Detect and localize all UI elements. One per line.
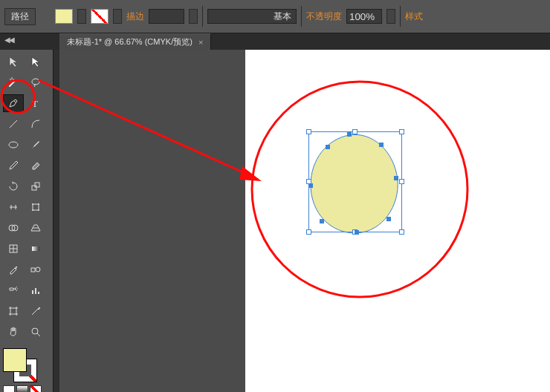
- width-tool[interactable]: [3, 198, 24, 216]
- document-tab-bar: 未标题-1* @ 66.67% (CMYK/预览) ×: [0, 33, 550, 50]
- color-mode-gradient[interactable]: [16, 385, 28, 392]
- color-mode-row: [3, 385, 42, 392]
- svg-point-15: [36, 267, 40, 272]
- stroke-label[interactable]: 描边: [126, 10, 144, 23]
- resize-handle[interactable]: [399, 129, 404, 134]
- blend-tool[interactable]: [25, 261, 46, 278]
- svg-rect-4: [35, 183, 39, 187]
- pen-tool[interactable]: [3, 94, 24, 112]
- svg-rect-19: [10, 308, 16, 314]
- anchor-point[interactable]: [355, 230, 359, 235]
- stroke-dropdown-icon[interactable]: [113, 9, 122, 24]
- anchor-point[interactable]: [394, 176, 398, 180]
- color-mode-none[interactable]: [30, 385, 42, 392]
- fill-stroke-indicator[interactable]: [3, 348, 37, 382]
- zoom-tool[interactable]: [25, 323, 46, 341]
- lasso-tool[interactable]: [25, 74, 46, 91]
- resize-handle[interactable]: [306, 229, 311, 235]
- stroke-weight-input[interactable]: [149, 9, 184, 24]
- close-icon[interactable]: ×: [198, 38, 203, 47]
- eyedropper-tool[interactable]: [3, 261, 24, 278]
- svg-text:T: T: [32, 98, 38, 109]
- rotate-tool[interactable]: [3, 177, 24, 195]
- selection-tool[interactable]: [3, 53, 24, 71]
- column-graph-tool[interactable]: [25, 281, 46, 299]
- fill-swatch[interactable]: [55, 9, 73, 24]
- resize-handle[interactable]: [399, 179, 404, 184]
- document-tab-title: 未标题-1* @ 66.67% (CMYK/预览): [67, 36, 192, 48]
- svg-point-2: [9, 142, 18, 148]
- document-tab[interactable]: 未标题-1* @ 66.67% (CMYK/预览) ×: [59, 33, 211, 50]
- anchor-point[interactable]: [320, 219, 324, 223]
- panel-label-paths[interactable]: 路径: [4, 8, 36, 25]
- svg-point-6: [32, 203, 33, 205]
- svg-point-9: [38, 209, 39, 211]
- scale-tool[interactable]: [25, 177, 46, 195]
- svg-rect-18: [38, 292, 39, 294]
- separator: [202, 6, 203, 27]
- toolbox: T: [0, 50, 54, 392]
- anchor-point[interactable]: [386, 217, 391, 221]
- perspective-grid-tool[interactable]: [25, 219, 46, 237]
- svg-rect-16: [32, 290, 33, 294]
- opacity-label[interactable]: 不透明度: [306, 10, 342, 23]
- canvas-area[interactable]: [59, 50, 550, 392]
- options-bar: 路径 描边 基本 不透明度 样式: [0, 0, 550, 33]
- mesh-tool[interactable]: [3, 240, 24, 258]
- gradient-tool[interactable]: [25, 240, 46, 258]
- fill-color-chip[interactable]: [3, 348, 27, 372]
- svg-line-1: [10, 120, 17, 128]
- svg-line-21: [37, 333, 40, 336]
- anchor-point[interactable]: [308, 183, 313, 188]
- svg-point-7: [38, 203, 39, 205]
- eraser-tool[interactable]: [25, 157, 46, 174]
- svg-point-20: [32, 328, 38, 334]
- separator: [301, 6, 302, 27]
- slice-tool[interactable]: [25, 302, 46, 320]
- type-tool[interactable]: T: [25, 94, 46, 112]
- opacity-input[interactable]: [346, 9, 382, 24]
- ellipse-tool[interactable]: [3, 136, 24, 154]
- artboard[interactable]: [245, 50, 550, 392]
- resize-handle[interactable]: [399, 229, 404, 235]
- shape-builder-tool[interactable]: [3, 219, 24, 237]
- paintbrush-tool[interactable]: [25, 136, 46, 154]
- free-transform-tool[interactable]: [25, 198, 46, 216]
- pencil-tool[interactable]: [3, 157, 24, 174]
- stroke-weight-dropdown-icon[interactable]: [189, 9, 198, 24]
- symbol-sprayer-tool[interactable]: [3, 281, 24, 299]
- svg-point-8: [32, 209, 33, 211]
- collapse-arrows-icon[interactable]: ◀◀: [4, 36, 13, 44]
- resize-handle[interactable]: [306, 129, 311, 134]
- color-mode-solid[interactable]: [3, 385, 15, 392]
- anchor-point[interactable]: [379, 143, 384, 147]
- stroke-profile-value: 基本: [274, 10, 291, 23]
- hand-tool[interactable]: [3, 323, 24, 341]
- svg-rect-14: [31, 268, 35, 272]
- anchor-point[interactable]: [347, 132, 352, 137]
- direct-selection-tool[interactable]: [25, 53, 46, 71]
- svg-rect-5: [33, 204, 39, 210]
- svg-rect-3: [32, 186, 36, 190]
- stroke-swatch[interactable]: [91, 9, 109, 24]
- magic-wand-tool[interactable]: [3, 74, 24, 91]
- anchor-point[interactable]: [326, 145, 330, 149]
- resize-handle[interactable]: [352, 129, 358, 134]
- opacity-dropdown-icon[interactable]: [386, 9, 395, 24]
- svg-rect-17: [35, 288, 36, 294]
- style-label[interactable]: 样式: [405, 10, 423, 23]
- separator: [400, 6, 401, 27]
- fill-dropdown-icon[interactable]: [77, 9, 86, 24]
- line-segment-tool[interactable]: [3, 115, 24, 133]
- svg-rect-13: [32, 246, 39, 251]
- stroke-profile-select[interactable]: 基本: [207, 9, 297, 24]
- artboard-tool[interactable]: [3, 302, 24, 320]
- arc-tool[interactable]: [25, 115, 46, 133]
